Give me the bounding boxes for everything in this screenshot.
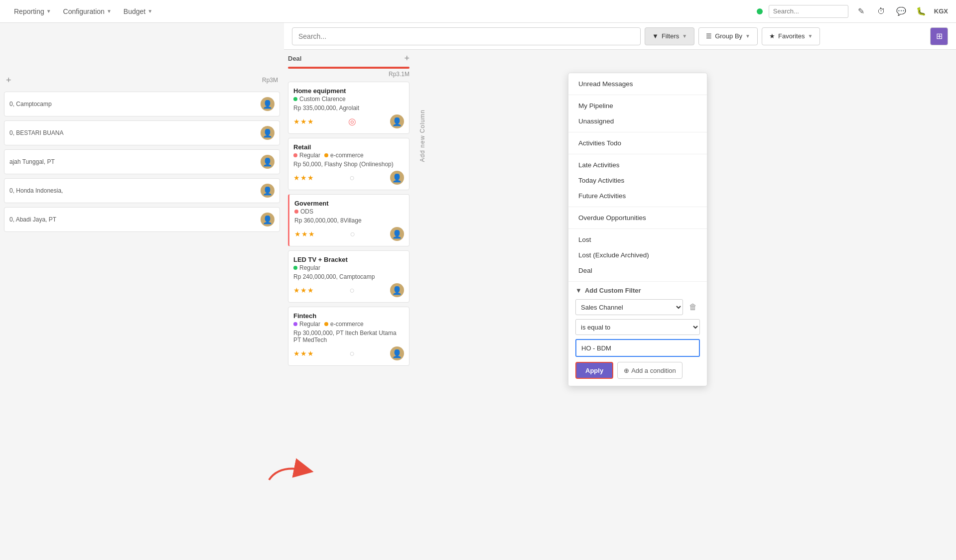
avatar-icon-1: 👤 — [263, 100, 273, 109]
search-input[interactable] — [292, 27, 641, 45]
left-card-4-footer: 0, Honda Indonesia, 👤 — [9, 184, 274, 198]
avatar-deal-5: 👤 — [390, 346, 404, 360]
deal-card-2[interactable]: Retail Regular e-commerce Rp 50,000, Fla… — [288, 138, 410, 190]
deal-card-1[interactable]: Home equipment Custom Clarence Rp 335,00… — [288, 82, 410, 134]
view-toggle-kanban[interactable]: ⊞ — [930, 27, 948, 45]
deal-card-2-footer: ★★★ ○ 👤 — [293, 171, 404, 185]
left-card-1-title: 0, Camptocamp — [9, 101, 52, 108]
left-col-header: + Rp3M — [4, 73, 280, 88]
stars-3: ★★★ — [294, 230, 315, 238]
nav-budget[interactable]: Budget ▼ — [118, 0, 158, 22]
deal-card-5[interactable]: Fintech Regular e-commerce Rp 30,000,000… — [288, 307, 410, 366]
left-card-5-title: 0, Abadi Jaya, PT — [9, 216, 56, 223]
avatar-5: 👤 — [261, 213, 274, 226]
search-filter-bar: ▼ Filters ▼ ☰ Group By ▼ ★ Favorites ▼ ⊞ — [284, 23, 956, 50]
deal-col-add[interactable]: + — [404, 54, 410, 63]
tag-label-1: Custom Clarence — [299, 96, 346, 103]
custom-filter-delete-btn[interactable]: 🗑 — [686, 300, 700, 314]
avatar-deal-2: 👤 — [390, 171, 404, 185]
tag-label-5b: e-commerce — [330, 321, 364, 328]
custom-filter-title[interactable]: ▼ Add Custom Filter — [575, 287, 700, 294]
budget-arrow: ▼ — [147, 8, 152, 14]
custom-filter-operator-select[interactable]: is equal to is not equal to contains doe… — [575, 319, 700, 335]
avatar-1: 👤 — [261, 97, 274, 111]
filter-deal[interactable]: Deal — [568, 263, 707, 278]
filter-section-6: Lost Lost (Exclude Archived) Deal — [568, 229, 707, 282]
user-avatar[interactable]: KGX — [934, 7, 948, 15]
configuration-label: Configuration — [63, 7, 105, 15]
filters-button[interactable]: ▼ Filters ▼ — [645, 27, 694, 45]
deal-card-4-amount: Rp 240,000,000, Camptocamp — [293, 273, 404, 280]
plus-icon: ⊕ — [624, 367, 629, 374]
deal-card-3-footer: ★★★ ○ 👤 — [294, 227, 404, 241]
bug-icon[interactable]: 🐛 — [914, 4, 928, 18]
reporting-arrow: ▼ — [46, 8, 51, 14]
tag-dot-5a — [293, 322, 297, 326]
activity-icon-1: ◎ — [348, 116, 356, 127]
stars-1: ★★★ — [293, 117, 314, 125]
tag-dot-5b — [324, 322, 328, 326]
filter-lost-exclude-archived[interactable]: Lost (Exclude Archived) — [568, 247, 707, 263]
groupby-button[interactable]: ☰ Group By ▼ — [698, 27, 758, 45]
nav-reporting[interactable]: Reporting ▼ — [8, 0, 57, 22]
deal-card-4[interactable]: LED TV + Bracket Regular Rp 240,000,000,… — [288, 250, 410, 303]
avatar-icon-4: 👤 — [263, 186, 273, 196]
filter-section-4: Late Activities Today Activities Future … — [568, 154, 707, 207]
add-column-side[interactable]: Add new Column — [413, 50, 431, 560]
filter-my-pipeline[interactable]: My Pipeline — [568, 98, 707, 113]
left-card-3[interactable]: ajah Tunggal, PT 👤 — [4, 149, 280, 174]
reporting-label: Reporting — [14, 7, 44, 15]
deal-card-3-amount: Rp 360,000,000, 8Village — [294, 217, 404, 224]
nav-search-input[interactable] — [769, 5, 848, 18]
custom-filter-title-text: Add Custom Filter — [585, 287, 641, 294]
chat-icon[interactable]: 💬 — [894, 4, 908, 18]
tag-label-5a: Regular — [299, 321, 320, 328]
add-condition-label: Add a condition — [631, 367, 676, 374]
configuration-arrow: ▼ — [107, 8, 112, 14]
tag-dot-1 — [293, 97, 297, 101]
deal-card-3-title: Goverment — [294, 200, 404, 207]
deal-col-header: Deal + — [288, 54, 410, 63]
avatar-icon-deal-2: 👤 — [392, 173, 402, 183]
add-condition-button[interactable]: ⊕ Add a condition — [617, 362, 683, 379]
avatar-icon-deal-4: 👤 — [392, 286, 402, 295]
kanban-icon: ⊞ — [936, 31, 943, 41]
filters-label: Filters — [662, 32, 679, 40]
deal-card-3[interactable]: Goverment ODS Rp 360,000,000, 8Village ★… — [288, 194, 410, 246]
filter-activities-todo[interactable]: Activities Todo — [568, 135, 707, 151]
deal-card-3-tag: ODS — [294, 208, 404, 215]
left-col-add[interactable]: + — [6, 76, 11, 85]
left-card-5[interactable]: 0, Abadi Jaya, PT 👤 — [4, 207, 280, 232]
filter-lost[interactable]: Lost — [568, 232, 707, 247]
left-card-4-title: 0, Honda Indonesia, — [9, 187, 63, 194]
left-card-1[interactable]: 0, Camptocamp 👤 — [4, 92, 280, 116]
filter-overdue-opportunities[interactable]: Overdue Opportunities — [568, 210, 707, 225]
left-card-4[interactable]: 0, Honda Indonesia, 👤 — [4, 178, 280, 203]
left-card-5-footer: 0, Abadi Jaya, PT 👤 — [9, 213, 274, 226]
custom-filter-value-input[interactable] — [575, 339, 700, 357]
custom-filter-field-select[interactable]: Sales Channel Stage Salesperson Customer… — [575, 299, 683, 315]
nav-configuration[interactable]: Configuration ▼ — [57, 0, 118, 22]
filter-unread-messages[interactable]: Unread Messages — [568, 76, 707, 92]
filter-section-1: Unread Messages — [568, 73, 707, 95]
right-panel: ▼ Filters ▼ ☰ Group By ▼ ★ Favorites ▼ ⊞ — [284, 23, 956, 560]
avatar-3: 👤 — [261, 155, 274, 169]
favorites-button[interactable]: ★ Favorites ▼ — [762, 27, 820, 45]
avatar-icon-5: 👤 — [263, 215, 273, 224]
filter-unassigned[interactable]: Unassigned — [568, 113, 707, 129]
left-card-2[interactable]: 0, BESTARI BUANA 👤 — [4, 120, 280, 145]
filter-today-activities[interactable]: Today Activities — [568, 173, 707, 188]
avatar-deal-4: 👤 — [390, 283, 404, 297]
tag-dot-3 — [294, 210, 298, 214]
filter-future-activities[interactable]: Future Activities — [568, 188, 707, 204]
timer-icon[interactable]: ⏱ — [874, 4, 888, 18]
deal-card-1-tag: Custom Clarence — [293, 96, 404, 103]
avatar-icon-deal-3: 👤 — [392, 229, 402, 239]
avatar-icon-3: 👤 — [263, 157, 273, 167]
edit-icon[interactable]: ✎ — [854, 4, 868, 18]
left-card-3-title: ajah Tunggal, PT — [9, 158, 55, 165]
apply-button[interactable]: Apply — [575, 362, 613, 379]
search-input-wrap — [292, 27, 641, 45]
add-column-label[interactable]: Add new Column — [419, 110, 426, 162]
filter-late-activities[interactable]: Late Activities — [568, 157, 707, 173]
